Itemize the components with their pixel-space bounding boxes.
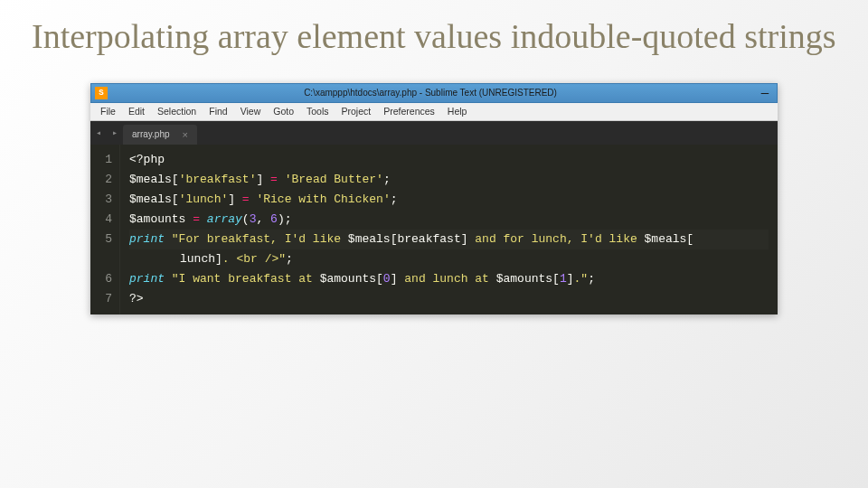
code-line: ?> — [129, 289, 769, 309]
title-bar: S C:\xamppp\htdocs\array.php - Sublime T… — [90, 83, 778, 103]
tab-array-php[interactable]: array.php × — [123, 125, 197, 145]
menu-file[interactable]: File — [94, 106, 122, 117]
menu-view[interactable]: View — [234, 106, 268, 117]
code-line: print "I want breakfast at $amounts[0] a… — [129, 269, 769, 289]
window-title: C:\xamppp\htdocs\array.php - Sublime Tex… — [108, 88, 753, 98]
line-number: 2 — [99, 170, 112, 190]
editor-window: S C:\xamppp\htdocs\array.php - Sublime T… — [90, 83, 778, 314]
tab-label: array.php — [132, 129, 170, 139]
menu-selection[interactable]: Selection — [151, 106, 203, 117]
tab-nav-prev-icon[interactable]: ◂ — [90, 121, 107, 145]
app-icon: S — [95, 87, 108, 99]
line-number: 7 — [99, 289, 112, 309]
code-line: <?php — [129, 150, 769, 170]
code-line: $meals['breakfast'] = 'Bread Butter'; — [129, 170, 769, 190]
tab-close-icon[interactable]: × — [183, 129, 188, 140]
line-number: 4 — [99, 210, 112, 230]
code-content[interactable]: <?php $meals['breakfast'] = 'Bread Butte… — [120, 145, 778, 314]
code-line: $meals['lunch'] = 'Rice with Chicken'; — [129, 190, 769, 210]
line-number: 6 — [99, 269, 112, 289]
code-line: lunch]. <br />"; — [129, 249, 769, 269]
menu-find[interactable]: Find — [203, 106, 233, 117]
tab-nav-next-icon[interactable]: ▸ — [107, 121, 123, 145]
menu-tools[interactable]: Tools — [300, 106, 335, 117]
menu-preferences[interactable]: Preferences — [377, 106, 441, 117]
minimize-button[interactable]: — — [753, 87, 777, 99]
menu-help[interactable]: Help — [441, 106, 474, 117]
code-line: print "For breakfast, I'd like $meals[br… — [129, 230, 769, 249]
menu-goto[interactable]: Goto — [267, 106, 300, 117]
menu-edit[interactable]: Edit — [122, 106, 151, 117]
code-line: $amounts = array(3, 6); — [129, 210, 769, 230]
tab-bar: ◂ ▸ array.php × — [90, 121, 778, 145]
line-number: 5 — [99, 230, 112, 249]
menu-project[interactable]: Project — [335, 106, 378, 117]
line-number: 3 — [99, 190, 112, 210]
menu-bar: File Edit Selection Find View Goto Tools… — [90, 103, 778, 121]
slide-title: Interpolating array element values indou… — [32, 18, 836, 56]
code-area[interactable]: 1 2 3 4 5 . 6 7 <?php $meals['breakfast'… — [90, 145, 778, 314]
line-number: 1 — [99, 150, 112, 170]
gutter: 1 2 3 4 5 . 6 7 — [90, 145, 120, 314]
